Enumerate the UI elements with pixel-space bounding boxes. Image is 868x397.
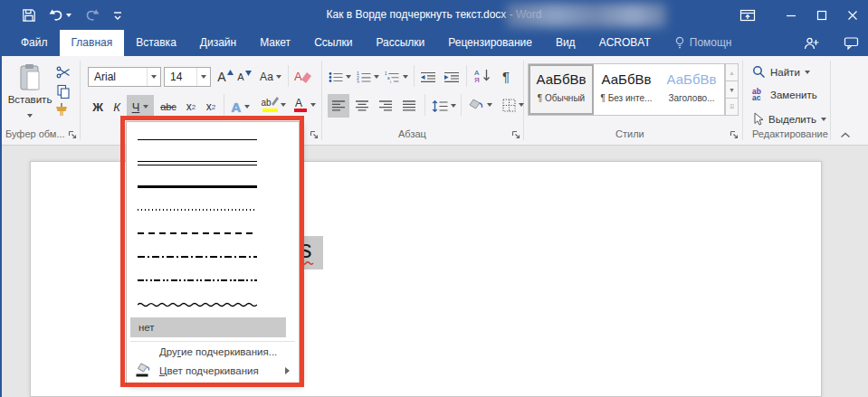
underline-style-single[interactable] <box>127 128 299 151</box>
clipboard-dialog-launcher[interactable] <box>68 130 77 139</box>
styles-more-button[interactable]: ⍗ <box>725 99 739 116</box>
more-underlines-item[interactable]: Другие подчеркивания... <box>127 342 299 361</box>
styles-gallery: АаБбВв ¶ Обычный АаБбВв ¶ Без инте... Аа… <box>528 63 725 116</box>
highlight-color-button[interactable]: ab <box>258 94 289 116</box>
ribbon-display-options-icon <box>739 8 756 23</box>
underline-button[interactable]: Ч <box>127 95 154 118</box>
justify-button[interactable] <box>398 94 420 118</box>
style-heading1[interactable]: АаБбВв Заголово... <box>659 64 724 115</box>
align-center-button[interactable] <box>351 94 373 118</box>
replace-button[interactable]: abac Заменить <box>752 89 817 101</box>
multilevel-list-button[interactable]: 1ai <box>384 66 409 88</box>
style-no-spacing[interactable]: АаБбВв ¶ Без инте... <box>594 64 659 115</box>
menu-resize-grip[interactable]: ···· <box>127 380 299 389</box>
shrink-font-arrow-icon <box>245 71 252 76</box>
strikethrough-button[interactable]: abc <box>157 96 180 118</box>
paragraph-dialog-launcher[interactable] <box>511 130 520 139</box>
align-left-button[interactable] <box>328 94 349 118</box>
clipboard-group-label: Буфер обм... <box>5 128 65 139</box>
underline-style-double[interactable] <box>127 151 299 175</box>
share-button[interactable] <box>804 36 820 51</box>
find-dropdown-arrow <box>805 71 810 74</box>
select-button[interactable]: Выделить <box>752 112 826 126</box>
paste-dropdown-arrow[interactable] <box>27 114 33 118</box>
tab-acrobat[interactable]: ACROBAT <box>587 30 663 56</box>
underline-style-dotted[interactable] <box>127 198 299 222</box>
numbering-icon: 123 <box>357 71 371 83</box>
tab-view[interactable]: Вид <box>544 30 587 56</box>
numbering-button[interactable]: 123 <box>356 66 379 88</box>
ribbon-display-options-button[interactable] <box>732 0 763 30</box>
spellcheck-wavy-underline <box>299 260 314 265</box>
font-color-button[interactable]: А <box>291 94 319 116</box>
svg-text:3: 3 <box>357 79 359 83</box>
underline-color-item[interactable]: Цвет подчеркивания <box>127 361 299 380</box>
cut-button[interactable] <box>56 65 72 80</box>
svg-text:А: А <box>294 70 302 83</box>
underline-style-dash-dot[interactable] <box>127 245 299 269</box>
font-dialog-launcher[interactable] <box>310 130 319 139</box>
clear-formatting-button[interactable]: А <box>293 66 313 88</box>
styles-dialog-launcher[interactable] <box>730 130 739 139</box>
paste-button[interactable]: Вставить <box>7 63 52 121</box>
bold-button[interactable]: Ж <box>89 96 107 118</box>
tab-design[interactable]: Дизайн <box>188 30 248 56</box>
align-right-button[interactable] <box>375 94 396 118</box>
shrink-font-button[interactable]: А <box>236 66 253 88</box>
underline-style-dash-dot-dot[interactable] <box>127 269 299 292</box>
shading-button[interactable] <box>465 94 494 116</box>
shading-bucket-icon <box>467 99 484 112</box>
paste-clipboard-icon <box>18 63 43 92</box>
tab-tell-me[interactable]: Помощн <box>663 30 744 56</box>
styles-scroll-up-button[interactable]: ▲ <box>725 63 739 81</box>
tab-insert[interactable]: Вставка <box>124 30 188 56</box>
tab-mailings[interactable]: Рассылки <box>364 30 436 56</box>
underline-none-item[interactable]: нет <box>130 317 286 337</box>
superscript-button[interactable]: x2 <box>202 96 220 118</box>
maximize-button[interactable] <box>806 0 837 30</box>
comments-button[interactable] <box>844 36 859 50</box>
italic-button[interactable]: К <box>109 96 125 118</box>
change-case-button[interactable]: Аа <box>258 66 283 88</box>
minimize-button[interactable] <box>776 0 806 30</box>
styles-scroll-down-button[interactable]: ▼ <box>725 81 739 99</box>
style-normal[interactable]: АаБбВв ¶ Обычный <box>529 64 594 115</box>
justify-icon <box>403 100 416 111</box>
minimize-icon <box>786 10 796 21</box>
decrease-indent-button[interactable] <box>418 66 438 88</box>
tab-home[interactable]: Главная <box>60 30 125 56</box>
font-color-swatch <box>294 109 307 112</box>
show-hide-pilcrow-button[interactable]: ¶ <box>497 65 515 87</box>
underline-style-wavy[interactable] <box>127 292 299 316</box>
copy-button[interactable] <box>56 84 72 99</box>
grow-font-button[interactable]: А <box>216 66 234 88</box>
underline-style-thick[interactable] <box>127 175 299 198</box>
borders-button[interactable] <box>499 94 528 116</box>
tab-file[interactable]: Файл <box>9 30 60 56</box>
multilevel-list-icon: 1ai <box>385 71 400 83</box>
underline-style-dashed[interactable] <box>127 222 299 245</box>
line-spacing-button[interactable] <box>430 95 457 117</box>
underline-color-bucket-icon <box>135 363 150 378</box>
text-effects-button[interactable]: А <box>228 96 253 118</box>
font-size-combobox[interactable]: 14 <box>164 67 211 87</box>
close-button[interactable] <box>837 0 868 30</box>
format-painter-button[interactable] <box>52 102 71 118</box>
highlight-color-swatch <box>262 109 278 112</box>
collapse-ribbon-button[interactable] <box>840 132 851 138</box>
sort-button[interactable]: АЯ <box>472 64 493 86</box>
increase-indent-button[interactable] <box>442 66 462 88</box>
tab-references[interactable]: Ссылки <box>302 30 364 56</box>
svg-text:Я: Я <box>474 76 480 83</box>
account-name-blurred <box>507 4 666 27</box>
tab-review[interactable]: Рецензирование <box>436 30 544 56</box>
tab-layout[interactable]: Макет <box>248 30 302 56</box>
copy-icon <box>56 84 72 99</box>
selected-text[interactable]: s <box>296 236 323 269</box>
sort-icon: АЯ <box>474 68 491 83</box>
font-name-combobox[interactable]: Arial <box>88 67 161 87</box>
subscript-button[interactable]: x2 <box>182 96 200 118</box>
bullets-button[interactable] <box>328 66 351 88</box>
close-icon <box>847 10 858 21</box>
find-button[interactable]: Найти <box>752 65 810 79</box>
